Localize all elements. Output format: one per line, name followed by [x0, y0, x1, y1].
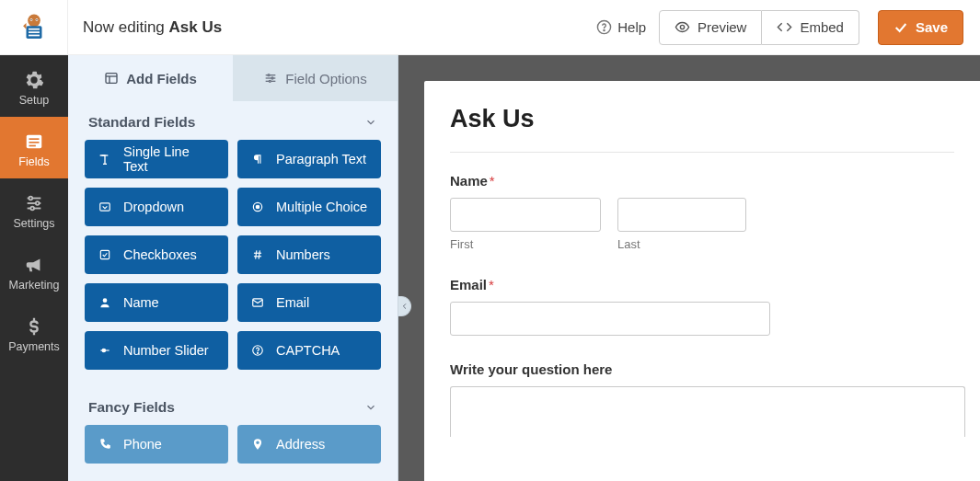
field-address-label: Address [276, 437, 325, 452]
svg-point-46 [258, 352, 259, 353]
phone-icon [98, 437, 112, 452]
svg-rect-13 [29, 138, 40, 140]
tab-field-options[interactable]: Field Options [233, 55, 398, 101]
first-name-input[interactable] [450, 198, 601, 232]
field-phone[interactable]: Phone [85, 425, 228, 464]
svg-point-10 [604, 29, 605, 30]
group-fancy-fields[interactable]: Fancy Fields [85, 386, 381, 425]
field-address[interactable]: Address [237, 425, 381, 464]
svg-rect-14 [29, 142, 40, 143]
form-title: Ask Us [450, 105, 954, 133]
field-email-label: Email [276, 295, 309, 310]
field-multiple-choice[interactable]: Multiple Choice [237, 188, 381, 226]
tab-add-label: Add Fields [126, 71, 197, 86]
form-field-email[interactable]: Email* [450, 277, 954, 336]
tab-add-fields[interactable]: Add Fields [68, 55, 233, 101]
last-name-input[interactable] [617, 198, 746, 232]
svg-point-41 [103, 298, 108, 303]
nav-settings[interactable]: Settings [0, 178, 68, 240]
form-field-question[interactable]: Write your question here [450, 361, 954, 437]
now-editing-prefix: Now editing [83, 18, 169, 36]
group-fancy-label: Fancy Fields [88, 399, 175, 416]
checkbox-icon [98, 247, 112, 262]
name-row: First Last [450, 198, 954, 251]
envelope-icon [250, 295, 265, 310]
field-single-line-label: Single Line Text [123, 144, 215, 174]
now-editing-label: Now editing Ask Us [83, 18, 222, 37]
svg-point-3 [30, 18, 31, 19]
svg-point-35 [256, 205, 259, 209]
question-icon [250, 343, 265, 358]
dollar-icon [24, 316, 44, 337]
svg-point-28 [268, 74, 270, 76]
code-icon [777, 19, 792, 35]
svg-point-21 [30, 206, 34, 210]
embed-button[interactable]: Embed [762, 10, 859, 45]
email-input[interactable] [450, 302, 770, 336]
svg-rect-22 [106, 74, 117, 84]
field-name[interactable]: Name [85, 283, 228, 322]
nav-settings-label: Settings [13, 217, 54, 230]
embed-label: Embed [800, 19, 844, 35]
nav-fields[interactable]: Fields [0, 117, 68, 178]
field-name-label: Name [123, 295, 159, 310]
pin-icon [250, 437, 265, 452]
svg-point-4 [36, 18, 37, 19]
form-canvas[interactable]: Ask Us Name* First Last Email* [424, 81, 980, 481]
nav-setup[interactable]: Setup [0, 55, 68, 117]
wpforms-logo-icon [18, 12, 50, 43]
svg-point-30 [270, 80, 271, 82]
svg-line-40 [259, 250, 259, 258]
first-name-col: First [450, 198, 601, 251]
svg-point-19 [29, 196, 33, 200]
field-dropdown[interactable]: Dropdown [85, 188, 228, 226]
field-checkboxes-label: Checkboxes [123, 247, 197, 262]
name-label: Name* [450, 173, 954, 189]
svg-rect-36 [100, 250, 109, 258]
nav-fields-label: Fields [18, 155, 49, 168]
field-slider-label: Number Slider [123, 343, 209, 358]
paragraph-icon [250, 152, 265, 166]
question-textarea[interactable] [450, 386, 965, 437]
nav-payments[interactable]: Payments [0, 302, 68, 363]
topbar-right: Help Preview Embed Save [596, 10, 963, 45]
field-paragraph-label: Paragraph Text [276, 152, 366, 166]
vertical-nav: Setup Fields Settings Marketing Payments [0, 55, 68, 481]
fancy-field-grid: Phone Address [85, 425, 381, 464]
nav-marketing[interactable]: Marketing [0, 240, 68, 302]
hash-icon [250, 247, 265, 262]
field-captcha-label: CAPTCHA [276, 343, 340, 358]
help-button[interactable]: Help [596, 19, 646, 35]
svg-rect-33 [100, 203, 110, 211]
required-asterisk: * [490, 173, 495, 189]
last-name-sublabel: Last [617, 237, 746, 251]
gear-icon [24, 70, 44, 90]
first-name-sublabel: First [450, 237, 601, 251]
svg-rect-7 [29, 31, 40, 33]
nav-setup-label: Setup [19, 94, 50, 107]
help-label: Help [617, 19, 646, 35]
name-label-text: Name [450, 173, 488, 189]
save-button[interactable]: Save [878, 10, 963, 45]
field-numbers[interactable]: Numbers [237, 235, 381, 274]
field-single-line-text[interactable]: Single Line Text [85, 140, 228, 178]
required-asterisk: * [489, 277, 494, 292]
radio-icon [250, 200, 265, 214]
sliders-icon [24, 193, 44, 213]
field-number-slider[interactable]: Number Slider [85, 331, 228, 370]
field-captcha[interactable]: CAPTCHA [237, 331, 381, 370]
svg-point-11 [680, 25, 684, 29]
preview-button[interactable]: Preview [659, 10, 762, 45]
logo-cell [0, 0, 68, 55]
svg-point-0 [28, 14, 40, 27]
field-paragraph-text[interactable]: Paragraph Text [237, 140, 381, 178]
standard-field-grid: Single Line Text Paragraph Text Dropdown… [85, 140, 381, 370]
field-email[interactable]: Email [237, 283, 381, 322]
field-multiple-label: Multiple Choice [276, 200, 367, 214]
form-icon [24, 132, 44, 152]
field-checkboxes[interactable]: Checkboxes [85, 235, 228, 274]
form-field-name[interactable]: Name* First Last [450, 173, 954, 251]
eye-icon [674, 19, 690, 35]
svg-rect-6 [29, 28, 40, 29]
group-standard-fields[interactable]: Standard Fields [85, 101, 381, 140]
